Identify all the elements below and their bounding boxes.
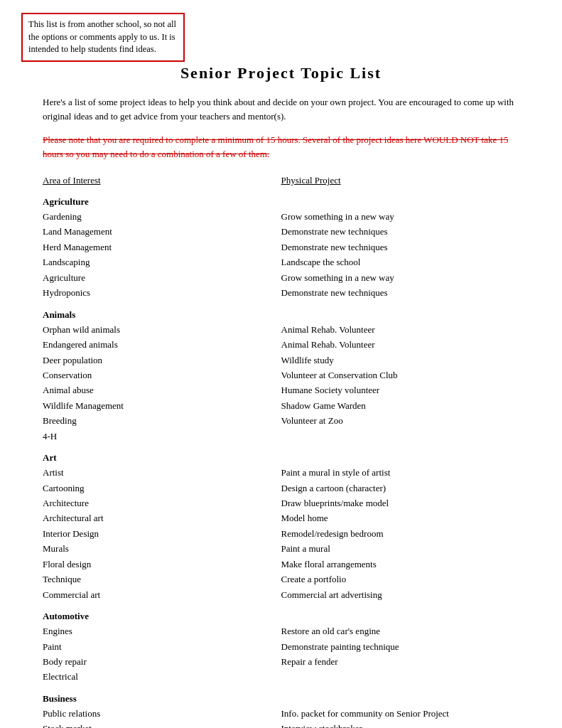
list-item: Paint a mural (281, 541, 520, 556)
list-item: Hydroponics (43, 285, 281, 300)
page-title: Senior Project Topic List (43, 64, 519, 82)
items-left: GardeningLand ManagementHerd ManagementL… (43, 209, 281, 301)
list-item: Landscape the school (281, 255, 520, 269)
list-item: Remodel/redesign bedroom (281, 526, 520, 541)
area-of-interest-header: Area of Interest (43, 175, 101, 186)
list-item: Design a cartoon (character) (281, 481, 520, 496)
list-item: Repair a fender (281, 654, 520, 669)
intro-paragraph: Here's a list of some project ideas to h… (43, 95, 519, 123)
list-item: Architecture (43, 496, 281, 510)
list-item: Humane Society volunteer (281, 382, 520, 397)
list-item: Animal Rehab. Volunteer (281, 337, 520, 352)
list-item: Architectural art (43, 510, 281, 525)
list-item: Volunteer at Zoo (281, 413, 520, 428)
list-item: Commercial art advertising (281, 587, 520, 602)
list-item: Demonstrate new techniques (281, 224, 520, 239)
items-left: EnginesPaintBody repairElectrical (43, 623, 281, 685)
list-item: Grow something in a new way (281, 270, 520, 285)
list-item: Stock market (43, 721, 281, 728)
items-left: Public relationsStock marketSmall busine… (43, 706, 281, 728)
list-item: Wildlife study (281, 353, 520, 368)
list-item: Deer population (43, 353, 281, 368)
right-column-header: Physical Project (281, 175, 520, 186)
list-item (281, 669, 520, 684)
section-block-business: BusinessPublic relationsStock marketSmal… (43, 693, 519, 728)
two-col-section: Public relationsStock marketSmall busine… (43, 706, 519, 728)
list-item: Draw blueprints/make model (281, 496, 520, 510)
list-item: Body repair (43, 654, 281, 669)
list-item: Demonstrate painting technique (281, 639, 520, 654)
list-item: Interview stockbroker (281, 721, 520, 728)
list-item: Endangered animals (43, 337, 281, 352)
list-item: Animal abuse (43, 382, 281, 397)
strikethrough-paragraph: Please note that you are required to com… (43, 133, 519, 161)
physical-project-header: Physical Project (281, 175, 341, 186)
list-item: Breeding (43, 413, 281, 428)
list-item: Orphan wild animals (43, 322, 281, 337)
two-col-section: ArtistCartooningArchitectureArchitectura… (43, 465, 519, 602)
left-column-header: Area of Interest (43, 175, 281, 186)
list-item: Agriculture (43, 270, 281, 285)
section-block-art: ArtArtistCartooningArchitectureArchitect… (43, 452, 519, 602)
items-left: ArtistCartooningArchitectureArchitectura… (43, 465, 281, 602)
items-right: Paint a mural in style of artistDesign a… (281, 465, 520, 602)
list-item (281, 429, 520, 444)
list-item: Public relations (43, 706, 281, 721)
two-col-section: Orphan wild animalsEndangered animalsDee… (43, 322, 519, 444)
main-content: Senior Project Topic List Here's a list … (0, 0, 562, 728)
section-block-automotive: AutomotiveEnginesPaintBody repairElectri… (43, 611, 519, 685)
list-item: Land Management (43, 224, 281, 239)
list-item: Floral design (43, 557, 281, 572)
list-item: Paint a mural in style of artist (281, 465, 520, 480)
list-item: Commercial art (43, 587, 281, 602)
list-item: Herd Management (43, 240, 281, 255)
section-block-animals: AnimalsOrphan wild animalsEndangered ani… (43, 309, 519, 444)
list-item: Wildlife Management (43, 398, 281, 413)
category-title: Animals (43, 309, 519, 321)
list-item: Engines (43, 623, 281, 638)
two-col-section: EnginesPaintBody repairElectricalRestore… (43, 623, 519, 685)
list-item: Gardening (43, 209, 281, 224)
list-item: Create a portfolio (281, 572, 520, 587)
list-item: Murals (43, 541, 281, 556)
list-item: Grow something in a new way (281, 209, 520, 224)
items-right: Animal Rehab. VolunteerAnimal Rehab. Vol… (281, 322, 520, 444)
list-item: Restore an old car's engine (281, 623, 520, 638)
category-title: Business (43, 693, 519, 705)
list-item: Volunteer at Conservation Club (281, 368, 520, 382)
list-item: Paint (43, 639, 281, 654)
list-item: 4-H (43, 429, 281, 444)
sections-container: AgricultureGardeningLand ManagementHerd … (43, 196, 519, 728)
list-item: Technique (43, 572, 281, 587)
category-title: Agriculture (43, 196, 519, 208)
notice-box: This list is from another school, so not… (21, 13, 185, 62)
columns-header: Area of Interest Physical Project (43, 175, 519, 186)
items-right: Grow something in a new wayDemonstrate n… (281, 209, 520, 301)
list-item: Make floral arrangements (281, 557, 520, 572)
items-left: Orphan wild animalsEndangered animalsDee… (43, 322, 281, 444)
category-title: Art (43, 452, 519, 464)
items-right: Info. packet for community on Senior Pro… (281, 706, 520, 728)
section-block-agriculture: AgricultureGardeningLand ManagementHerd … (43, 196, 519, 301)
notice-text: This list is from another school, so not… (28, 19, 176, 54)
list-item: Demonstrate new techniques (281, 285, 520, 300)
list-item: Cartooning (43, 481, 281, 496)
list-item: Animal Rehab. Volunteer (281, 322, 520, 337)
category-title: Automotive (43, 611, 519, 622)
list-item: Info. packet for community on Senior Pro… (281, 706, 520, 721)
list-item: Conservation (43, 368, 281, 382)
list-item: Shadow Game Warden (281, 398, 520, 413)
list-item: Artist (43, 465, 281, 480)
list-item: Model home (281, 510, 520, 525)
list-item: Electrical (43, 669, 281, 684)
list-item: Interior Design (43, 526, 281, 541)
list-item: Demonstrate new techniques (281, 240, 520, 255)
items-right: Restore an old car's engineDemonstrate p… (281, 623, 520, 685)
list-item: Landscaping (43, 255, 281, 269)
two-col-section: GardeningLand ManagementHerd ManagementL… (43, 209, 519, 301)
